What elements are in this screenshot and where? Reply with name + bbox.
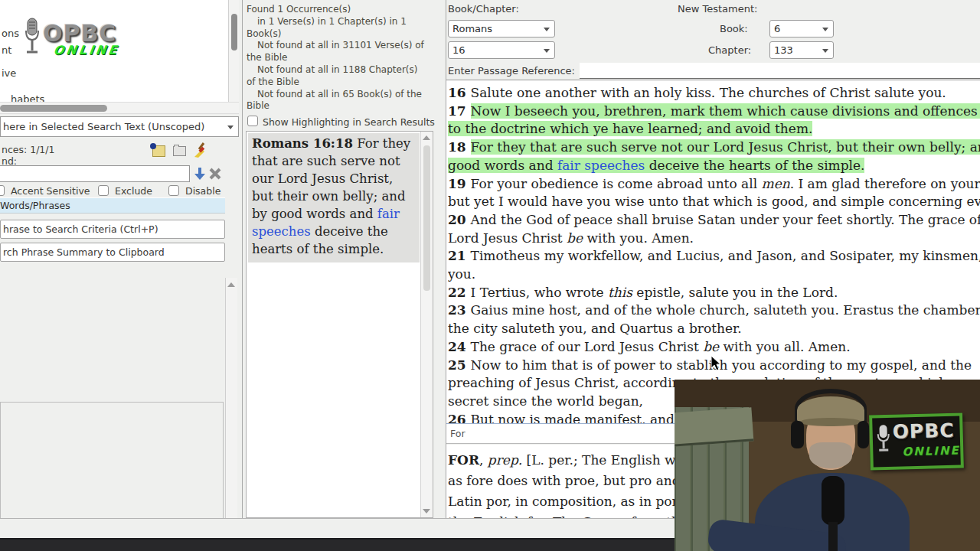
text-segment: Gaius mine host, and of the whole church… xyxy=(471,302,980,318)
module-list-item[interactable]: ons xyxy=(2,28,19,39)
search-scope-dropdown[interactable]: here in Selected Search Text (Unscoped) xyxy=(0,116,239,137)
text-line: 21 Timotheus my workfellow, and Lucius, … xyxy=(448,247,980,266)
new-testament-label: New Testament: xyxy=(678,3,757,15)
chevron-down-icon xyxy=(544,49,550,53)
text-segment: Now I beseech you, brethren, mark them w… xyxy=(471,103,980,119)
text-segment: For your obedience is come abroad unto a… xyxy=(471,176,762,191)
search-hit-link[interactable]: fair speeches xyxy=(557,158,645,173)
find-input[interactable] xyxy=(0,165,190,182)
text-segment: . I am glad therefore on your behalf: xyxy=(790,176,980,191)
text-segment: 26 xyxy=(448,412,471,423)
add-phrase-button[interactable]: hrase to Search Criteria (Ctrl+P) xyxy=(0,220,225,239)
nt-book-label: Book: xyxy=(720,23,748,34)
summary-line: Book(s) xyxy=(247,28,444,41)
text-segment: the city saluteth you, and Quartus a bro… xyxy=(448,321,742,336)
text-segment: Timotheus my workfellow, and Lucius, and… xyxy=(471,248,980,263)
text-line: 19 For your obedience is come abroad unt… xyxy=(448,175,980,194)
scrollbar-thumb[interactable] xyxy=(0,105,107,112)
text-segment: be xyxy=(703,339,719,354)
nt-chapter-dropdown[interactable]: 133 xyxy=(769,41,834,59)
text-segment: , xyxy=(479,452,488,468)
module-list-item[interactable]: ive xyxy=(2,67,16,79)
text-segment: FOR xyxy=(448,452,479,468)
scroll-up-icon[interactable] xyxy=(227,282,235,287)
person-beard xyxy=(809,442,852,468)
scrollbar-thumb[interactable] xyxy=(423,145,430,291)
nt-chapter-label: Chapter: xyxy=(708,44,751,56)
text-segment: 17 xyxy=(448,103,471,119)
module-list-item[interactable]: habets xyxy=(11,93,44,102)
passage-reference-input[interactable] xyxy=(580,63,980,79)
book-dropdown[interactable]: Romans xyxy=(448,20,555,37)
text-segment: epistle, salute you in the Lord. xyxy=(632,285,838,300)
book-chapter-label: Book/Chapter: xyxy=(448,3,519,15)
search-summary: Found 1 Occurrence(s)in 1 Verse(s) in 1 … xyxy=(247,4,444,112)
text-line: but yet I would have you wise unto that … xyxy=(448,193,980,211)
text-line: 16 Salute one another with an holy kiss.… xyxy=(448,84,980,103)
chevron-down-icon xyxy=(822,49,828,53)
scroll-down-icon[interactable] xyxy=(423,509,430,514)
text-line: 17 Now I beseech you, brethren, mark the… xyxy=(448,103,980,121)
chevron-down-icon xyxy=(822,28,828,31)
text-segment: 21 xyxy=(448,248,471,263)
add-note-icon[interactable] xyxy=(152,145,165,157)
search-result-item[interactable]: Romans 16:18 For they that are such serv… xyxy=(248,133,420,262)
exclude-checkbox[interactable] xyxy=(98,185,109,196)
summary-line: in 1 Verse(s) in 1 Chapter(s) in 1 xyxy=(247,16,444,28)
selected-list-item-words-phrases[interactable]: Words/Phrases xyxy=(0,197,225,214)
text-segment: to the doctrine which ye have learned; a… xyxy=(448,121,812,136)
passage-reference-label: Enter Passage Reference: xyxy=(448,65,575,77)
microphone-icon xyxy=(875,424,891,458)
module-list-item[interactable]: nt xyxy=(2,44,11,56)
headphone-left-cup xyxy=(791,421,804,448)
search-scope-value: here in Selected Search Text (Unscoped) xyxy=(3,121,204,132)
show-highlighting-label: Show Highlighting in Search Results xyxy=(263,116,435,128)
webcam-video-overlay: OPBC ONLINE xyxy=(675,380,980,551)
text-segment: The grace of our Lord Jesus Christ xyxy=(471,339,704,354)
remove-x-icon[interactable] xyxy=(209,168,221,180)
video-opbc-sign: OPBC ONLINE xyxy=(869,412,964,470)
chapter-dropdown-value: 16 xyxy=(452,44,466,56)
clear-broom-icon[interactable] xyxy=(191,142,208,158)
text-segment: men xyxy=(762,176,790,191)
text-segment: deceive the hearts of the simple. xyxy=(645,158,864,173)
text-segment: prep. xyxy=(488,452,522,468)
microphone-icon xyxy=(23,17,41,60)
summary-line: of the Bible xyxy=(247,77,444,89)
nt-book-dropdown[interactable]: 6 xyxy=(769,20,834,37)
move-down-icon[interactable] xyxy=(193,167,207,181)
dictionary-lookup-value: For xyxy=(450,428,466,439)
disable-checkbox[interactable] xyxy=(168,185,179,196)
occurrences-count: nces: 1/1/1 xyxy=(2,144,54,155)
mouse-cursor xyxy=(710,355,723,372)
accent-sensitive-checkbox[interactable] xyxy=(0,185,5,196)
summary-line: Not found at all in 1188 Chapter(s) xyxy=(247,64,444,77)
studio-microphone xyxy=(822,476,844,525)
text-segment: For they that are such serve not our Lor… xyxy=(471,139,980,155)
text-line: the city saluteth you, and Quartus a bro… xyxy=(448,320,980,338)
summary-line: Not found at all in 31101 Verse(s) of xyxy=(247,40,444,52)
panel-scrollbar[interactable] xyxy=(225,278,237,551)
search-sidebar: ons nt ive habets OPBC ONLINE here in Se… xyxy=(0,0,243,518)
horizontal-scrollbar[interactable] xyxy=(0,102,239,114)
text-segment: secret since the world began, xyxy=(448,393,643,409)
text-segment: I Tertius, who wrote xyxy=(471,285,608,300)
text-segment: 25 xyxy=(448,357,471,373)
copy-summary-button[interactable]: rch Phrase Summary to Clipboard xyxy=(0,243,225,262)
text-line: 23 Gaius mine host, and of the whole chu… xyxy=(448,302,980,320)
logo-sub-text: ONLINE xyxy=(53,43,120,57)
text-line: you. xyxy=(448,266,980,284)
chevron-down-icon xyxy=(227,126,234,129)
text-segment: 19 xyxy=(448,176,471,191)
folder-icon[interactable] xyxy=(173,146,186,156)
scrollbar-thumb[interactable] xyxy=(231,14,237,51)
module-list-scrollbar[interactable] xyxy=(228,0,239,102)
text-line: to the doctrine which ye have learned; a… xyxy=(448,120,980,139)
scroll-up-icon[interactable] xyxy=(423,135,430,140)
show-highlighting-checkbox[interactable] xyxy=(247,116,258,126)
chapter-dropdown[interactable]: 16 xyxy=(448,41,555,59)
text-line: good words and fair speeches deceive the… xyxy=(448,157,980,175)
text-segment: be xyxy=(567,230,583,246)
results-scrollbar[interactable] xyxy=(420,132,433,517)
text-line: 20 And the God of peace shall bruise Sat… xyxy=(448,211,980,230)
